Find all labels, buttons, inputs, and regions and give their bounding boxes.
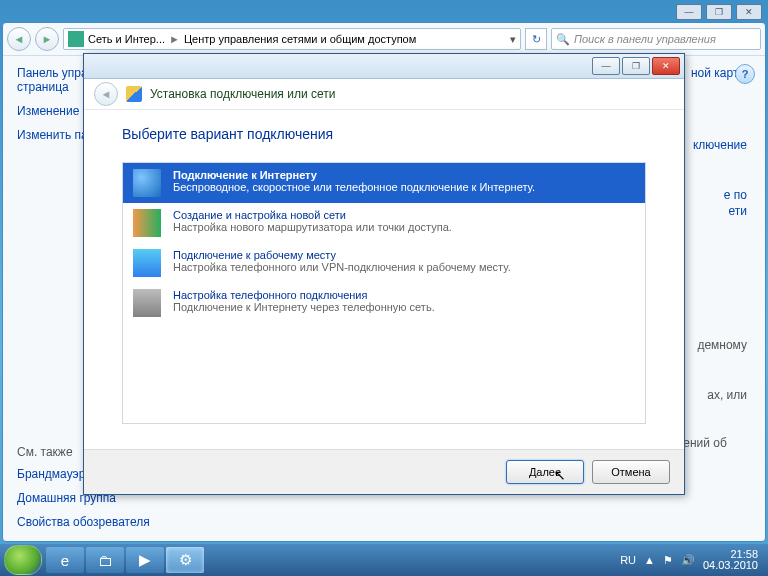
wizard-back[interactable]: ◄ [94,82,118,106]
shield-icon [126,86,142,102]
opt-workplace-title: Подключение к рабочему месту [173,249,511,261]
wizard-footer: Далее Отмена [84,449,684,494]
taskbar-ie[interactable]: e [46,547,84,573]
tray-lang[interactable]: RU [620,554,636,566]
taskbar-wmp[interactable]: ▶ [126,547,164,573]
breadcrumb[interactable]: Сеть и Интер... ► Центр управления сетям… [63,28,521,50]
tray-sound-icon[interactable]: 🔊 [681,554,695,567]
wizard-header: ◄ Установка подключения или сети [84,79,684,110]
tray-date: 04.03.2010 [703,560,758,571]
help-icon[interactable]: ? [735,64,755,84]
setup-connection-wizard: — ❐ ✕ ◄ Установка подключения или сети В… [83,53,685,495]
opt-new-network[interactable]: Создание и настройка новой сети Настройк… [123,203,645,243]
search-icon: 🔍 [556,33,570,46]
opt-internet-title: Подключение к Интернету [173,169,535,181]
wizard-close[interactable]: ✕ [652,57,680,75]
win-max[interactable]: ❐ [706,4,732,20]
start-button[interactable] [4,545,42,575]
taskbar: e 🗀 ▶ ⚙ RU ▲ ⚑ 🔊 21:58 04.03.2010 [0,544,768,576]
opt-new-network-title: Создание и настройка новой сети [173,209,452,221]
connection-options: Подключение к Интернету Беспроводное, ск… [122,162,646,424]
address-bar: ◄ ► Сеть и Интер... ► Центр управления с… [3,23,765,56]
win-close[interactable]: ✕ [736,4,762,20]
wizard-title: Установка подключения или сети [150,87,335,101]
crumb-seg2: Центр управления сетями и общим доступом [184,33,416,45]
opt-new-network-sub: Настройка нового маршрутизатора или точк… [173,221,452,233]
refresh-button[interactable]: ↻ [525,28,547,50]
cancel-button[interactable]: Отмена [592,460,670,484]
taskbar-explorer[interactable]: 🗀 [86,547,124,573]
wizard-titlebar: — ❐ ✕ [84,54,684,79]
nav-forward[interactable]: ► [35,27,59,51]
search-placeholder: Поиск в панели управления [574,33,716,45]
wizard-min[interactable]: — [592,57,620,75]
opt-internet[interactable]: Подключение к Интернету Беспроводное, ск… [123,163,645,203]
building-icon [133,249,161,277]
next-button[interactable]: Далее [506,460,584,484]
nav-back[interactable]: ◄ [7,27,31,51]
opt-dialup-sub: Подключение к Интернету через телефонную… [173,301,435,313]
tray-flag-icon[interactable]: ▲ [644,554,655,566]
crumb-seg1: Сеть и Интер... [88,33,165,45]
wizard-heading: Выберите вариант подключения [122,126,646,142]
crumb-sep: ► [169,33,180,45]
tray-action-icon[interactable]: ⚑ [663,554,673,567]
tray-clock[interactable]: 21:58 04.03.2010 [703,549,758,571]
phone-icon [133,289,161,317]
opt-workplace[interactable]: Подключение к рабочему месту Настройка т… [123,243,645,283]
search-input[interactable]: 🔍 Поиск в панели управления [551,28,761,50]
taskbar-control-panel[interactable]: ⚙ [166,547,204,573]
network-icon [68,31,84,47]
sidebar-browser-props[interactable]: Свойства обозревателя [17,515,247,529]
system-tray: RU ▲ ⚑ 🔊 21:58 04.03.2010 [620,549,764,571]
opt-dialup-title: Настройка телефонного подключения [173,289,435,301]
opt-dialup[interactable]: Настройка телефонного подключения Подклю… [123,283,645,323]
opt-internet-sub: Беспроводное, скоростное или телефонное … [173,181,535,193]
opt-workplace-sub: Настройка телефонного или VPN-подключени… [173,261,511,273]
router-icon [133,209,161,237]
win-min[interactable]: — [676,4,702,20]
globe-icon [133,169,161,197]
wizard-max[interactable]: ❐ [622,57,650,75]
